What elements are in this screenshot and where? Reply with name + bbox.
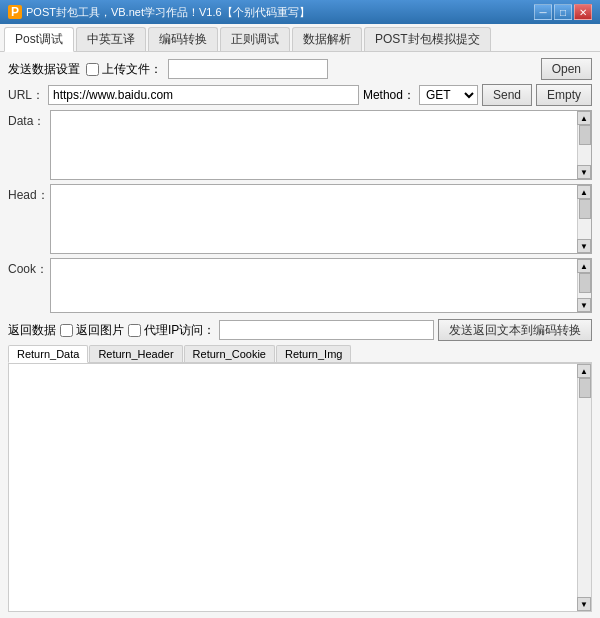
window-controls: ─ □ ✕ bbox=[534, 4, 592, 20]
main-tab-bar: Post调试 中英互译 编码转换 正则调试 数据解析 POST封包模拟提交 bbox=[0, 24, 600, 52]
tab-return-cookie[interactable]: Return_Cookie bbox=[184, 345, 275, 362]
tab-post[interactable]: Post调试 bbox=[4, 27, 74, 52]
tab-regex[interactable]: 正则调试 bbox=[220, 27, 290, 51]
cook-scroll-down[interactable]: ▼ bbox=[577, 298, 591, 312]
data-label: Data： bbox=[8, 110, 50, 130]
data-scroll-down[interactable]: ▼ bbox=[577, 165, 591, 179]
data-scroll-thumb[interactable] bbox=[579, 125, 591, 145]
upload-file-label: 上传文件： bbox=[102, 61, 162, 78]
cook-scroll-up[interactable]: ▲ bbox=[577, 259, 591, 273]
tab-parse[interactable]: 数据解析 bbox=[292, 27, 362, 51]
main-content: 发送数据设置 上传文件： Open URL： Method： GET POST … bbox=[0, 52, 600, 618]
head-field-content: ▲ ▼ bbox=[50, 184, 592, 254]
tab-return-data[interactable]: Return_Data bbox=[8, 345, 88, 363]
return-scrollbar[interactable]: ▲ ▼ bbox=[577, 364, 591, 611]
data-field-content: ▲ ▼ bbox=[50, 110, 592, 180]
close-button[interactable]: ✕ bbox=[574, 4, 592, 20]
tab-simulate[interactable]: POST封包模拟提交 bbox=[364, 27, 491, 51]
return-textarea[interactable] bbox=[9, 364, 577, 611]
url-row: URL： Method： GET POST Send Empty bbox=[8, 84, 592, 106]
tab-return-header[interactable]: Return_Header bbox=[89, 345, 182, 362]
data-scrollbar[interactable]: ▲ ▼ bbox=[577, 111, 591, 179]
tab-zh-en[interactable]: 中英互译 bbox=[76, 27, 146, 51]
data-textarea[interactable] bbox=[51, 111, 577, 177]
return-img-wrapper: 返回图片 bbox=[60, 322, 124, 339]
cook-textarea[interactable] bbox=[51, 259, 577, 310]
return-tab-bar: Return_Data Return_Header Return_Cookie … bbox=[8, 345, 592, 363]
return-scroll-thumb[interactable] bbox=[579, 378, 591, 398]
cook-field-content: ▲ ▼ bbox=[50, 258, 592, 313]
cook-scroll-thumb[interactable] bbox=[579, 273, 591, 293]
title-bar: P POST封包工具，VB.net学习作品！V1.6【个别代码重写】 ─ □ ✕ bbox=[0, 0, 600, 24]
cook-scrollbar[interactable]: ▲ ▼ bbox=[577, 259, 591, 312]
empty-button[interactable]: Empty bbox=[536, 84, 592, 106]
method-label: Method： bbox=[363, 87, 415, 104]
return-img-label: 返回图片 bbox=[76, 322, 124, 339]
head-scroll-down[interactable]: ▼ bbox=[577, 239, 591, 253]
return-scroll-up[interactable]: ▲ bbox=[577, 364, 591, 378]
proxy-ip-label: 代理IP访问： bbox=[144, 322, 215, 339]
return-data-label: 返回数据 bbox=[8, 322, 56, 339]
url-input[interactable] bbox=[48, 85, 359, 105]
proxy-ip-input[interactable] bbox=[219, 320, 434, 340]
send-button[interactable]: Send bbox=[482, 84, 532, 106]
send-config-label: 发送数据设置 bbox=[8, 61, 80, 78]
proxy-ip-checkbox[interactable] bbox=[128, 324, 141, 337]
proxy-ip-wrapper: 代理IP访问： bbox=[128, 322, 215, 339]
head-scroll-thumb[interactable] bbox=[579, 199, 591, 219]
window-title: POST封包工具，VB.net学习作品！V1.6【个别代码重写】 bbox=[26, 5, 310, 20]
head-scroll-up[interactable]: ▲ bbox=[577, 185, 591, 199]
head-field-row: Head： ▲ ▼ bbox=[8, 184, 592, 254]
convert-button[interactable]: 发送返回文本到编码转换 bbox=[438, 319, 592, 341]
url-label: URL： bbox=[8, 87, 44, 104]
upload-checkbox[interactable] bbox=[86, 63, 99, 76]
minimize-button[interactable]: ─ bbox=[534, 4, 552, 20]
return-content-area: ▲ ▼ bbox=[8, 363, 592, 612]
method-select[interactable]: GET POST bbox=[419, 85, 478, 105]
return-img-checkbox[interactable] bbox=[60, 324, 73, 337]
data-scroll-up[interactable]: ▲ bbox=[577, 111, 591, 125]
tab-encode[interactable]: 编码转换 bbox=[148, 27, 218, 51]
return-options-row: 返回数据 返回图片 代理IP访问： 发送返回文本到编码转换 bbox=[8, 319, 592, 341]
send-config-row: 发送数据设置 上传文件： Open bbox=[8, 58, 592, 80]
data-field-row: Data： ▲ ▼ bbox=[8, 110, 592, 180]
tab-return-img[interactable]: Return_Img bbox=[276, 345, 351, 362]
open-button[interactable]: Open bbox=[541, 58, 592, 80]
app-icon: P bbox=[8, 5, 22, 19]
cook-label: Cook： bbox=[8, 258, 50, 278]
upload-file-input[interactable] bbox=[168, 59, 328, 79]
head-textarea[interactable] bbox=[51, 185, 577, 251]
upload-checkbox-wrapper: 上传文件： bbox=[86, 61, 162, 78]
head-scrollbar[interactable]: ▲ ▼ bbox=[577, 185, 591, 253]
head-label: Head： bbox=[8, 184, 50, 204]
return-scroll-down[interactable]: ▼ bbox=[577, 597, 591, 611]
maximize-button[interactable]: □ bbox=[554, 4, 572, 20]
cook-field-row: Cook： ▲ ▼ bbox=[8, 258, 592, 313]
